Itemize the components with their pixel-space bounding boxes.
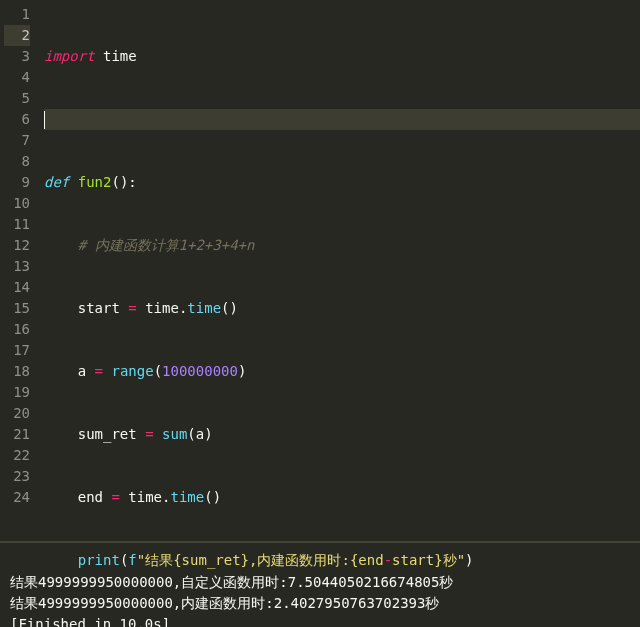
line-number: 15: [4, 298, 30, 319]
line-number: 5: [4, 88, 30, 109]
line-number: 20: [4, 403, 30, 424]
line-number: 18: [4, 361, 30, 382]
line-number: 24: [4, 487, 30, 508]
code-line[interactable]: import time: [44, 46, 640, 67]
line-number-gutter: 1 2 3 4 5 6 7 8 9 10 11 12 13 14 15 16 1…: [0, 0, 38, 541]
code-line[interactable]: print(f"结果{sum_ret},内建函数用时:{end-start}秒"…: [44, 550, 640, 571]
line-number: 21: [4, 424, 30, 445]
line-number: 1: [4, 4, 30, 25]
line-number: 19: [4, 382, 30, 403]
line-number: 11: [4, 214, 30, 235]
output-line: 结果4999999950000000,内建函数用时:2.402795076370…: [10, 595, 439, 611]
output-line: 结果4999999950000000,自定义函数用时:7.50440502166…: [10, 574, 453, 590]
text-cursor: [44, 111, 45, 129]
line-number: 2: [4, 25, 30, 46]
line-number: 22: [4, 445, 30, 466]
code-line[interactable]: end = time.time(): [44, 487, 640, 508]
code-line[interactable]: a = range(100000000): [44, 361, 640, 382]
code-line[interactable]: # 内建函数计算1+2+3+4+n: [44, 235, 640, 256]
line-number: 7: [4, 130, 30, 151]
line-number: 6: [4, 109, 30, 130]
code-line[interactable]: [44, 109, 640, 130]
code-line[interactable]: def fun2():: [44, 172, 640, 193]
line-number: 12: [4, 235, 30, 256]
code-line[interactable]: sum_ret = sum(a): [44, 424, 640, 445]
line-number: 4: [4, 67, 30, 88]
line-number: 16: [4, 319, 30, 340]
code-line[interactable]: start = time.time(): [44, 298, 640, 319]
line-number: 8: [4, 151, 30, 172]
code-editor[interactable]: 1 2 3 4 5 6 7 8 9 10 11 12 13 14 15 16 1…: [0, 0, 640, 541]
code-area[interactable]: import time def fun2(): # 内建函数计算1+2+3+4+…: [38, 0, 640, 541]
line-number: 10: [4, 193, 30, 214]
output-line: [Finished in 10.0s]: [10, 616, 170, 627]
line-number: 13: [4, 256, 30, 277]
line-number: 9: [4, 172, 30, 193]
line-number: 3: [4, 46, 30, 67]
line-number: 14: [4, 277, 30, 298]
line-number: 17: [4, 340, 30, 361]
line-number: 23: [4, 466, 30, 487]
